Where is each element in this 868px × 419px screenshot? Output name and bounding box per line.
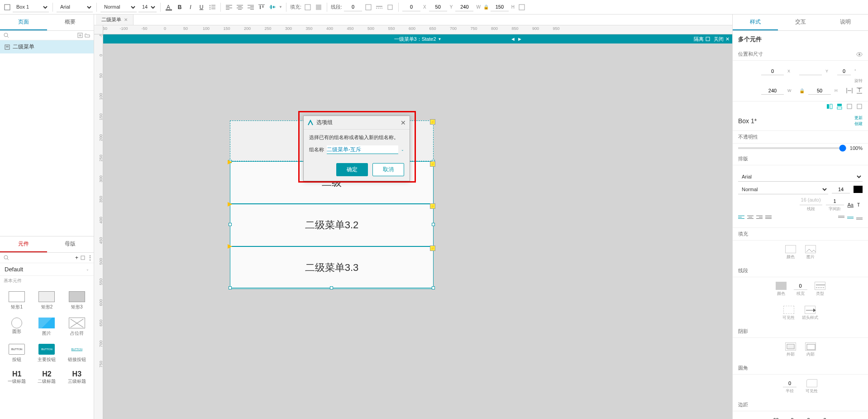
bullet-list-button[interactable] [208,3,217,12]
stroke-width-input[interactable] [344,3,362,11]
widget-rect1[interactable]: 矩形1 [2,288,32,314]
cancel-button[interactable]: 取消 [372,163,404,176]
pad-right-input[interactable] [803,416,815,419]
text-align-right-icon[interactable] [756,215,763,221]
stroke-type-swatch[interactable] [815,282,825,290]
widget-h1[interactable]: H1一级标题 [2,366,32,388]
typography-section[interactable]: 排版 [733,153,868,165]
font-case-icon[interactable]: Aa [848,202,854,207]
interaction-badge[interactable]: ⚡ [430,119,435,125]
font-weight-select[interactable]: Normal [100,2,137,12]
autosize-v-icon[interactable]: T [856,87,863,94]
align-h-icon[interactable] [856,103,863,110]
dialog-close-icon[interactable]: ✕ [401,119,406,126]
height-input[interactable] [491,3,509,11]
line-spacing-dropdown[interactable]: ▼ [279,5,282,9]
widget-link-button[interactable]: BUTTON链接按钮 [62,340,92,366]
autosize-h-icon[interactable] [846,87,853,94]
fill-section[interactable]: 填充 [733,228,868,241]
more-type-icon[interactable]: T [857,202,863,207]
close-state-button[interactable]: 关闭 ✕ [714,36,730,43]
page-tree-item[interactable]: 二级菜单 [0,40,94,53]
font-size-select[interactable]: 14 [138,2,157,12]
font-weight-select-right[interactable]: Normal [738,184,828,194]
text-align-left-icon[interactable] [738,215,744,221]
fill-color-button[interactable] [303,3,312,12]
style-name[interactable]: Box 1* [738,117,757,125]
eye-icon[interactable] [856,52,863,57]
pad-bottom-input[interactable] [819,416,831,419]
w-input[interactable] [761,87,784,95]
canvas-workspace[interactable]: ◄ ► 一级菜单3：State2 ▼ 隔离 关闭 ✕ 一级 二级 二级菜单3.2… [103,34,732,419]
widget-h2[interactable]: H2二级标题 [32,366,62,388]
stroke-corner-button[interactable] [386,3,395,12]
ok-button[interactable]: 确定 [336,163,368,176]
font-color-button[interactable]: A [164,3,173,12]
interaction-badge[interactable]: ⚡ [430,246,435,251]
state-label[interactable]: 一级菜单3：State2 [394,36,436,43]
font-size-input-right[interactable] [832,185,850,193]
widget-h3[interactable]: H3三级标题 [62,366,92,388]
valign-middle-button[interactable] [268,3,277,12]
valign-middle-icon[interactable] [847,216,854,220]
stroke-style-button[interactable] [375,3,384,12]
style-tab[interactable]: 样式 [733,14,778,30]
widget-name-select[interactable]: Box 1 [13,2,49,12]
x-input[interactable] [761,67,784,75]
valign-bottom-icon[interactable] [856,216,863,220]
menu-item-2[interactable]: 二级菜单3.2 [230,204,434,246]
horizontal-ruler[interactable]: -150-100-5005010015020025030035040045050… [103,25,732,34]
flip-v-icon[interactable] [836,103,843,110]
valign-top-button[interactable] [257,3,266,12]
pages-search-input[interactable] [11,33,76,38]
pos-y-input[interactable] [429,3,447,11]
widget-rect2[interactable]: 矩形2 [32,288,62,314]
isolate-button[interactable]: 隔离 [694,36,710,43]
widget-placeholder[interactable]: 占位符 [62,314,92,340]
state-dropdown-icon[interactable]: ▼ [438,37,442,41]
library-select[interactable]: Default ⌄ [0,263,94,276]
canvas-tab[interactable]: 二级菜单 ✕ [96,14,134,25]
connector-point[interactable] [228,160,232,164]
letter-spacing-input[interactable] [826,197,844,205]
align-right-button[interactable] [246,3,255,12]
corner-radius-input[interactable] [783,379,796,387]
font-family-select[interactable]: Arial [57,2,93,12]
connector-point[interactable] [228,244,232,249]
menu-item-3[interactable]: 二级菜单3.3 [230,246,434,289]
widget-button[interactable]: BUTTON按钮 [2,340,32,366]
width-input[interactable] [455,3,473,11]
italic-button[interactable]: I [186,3,195,12]
corner-section[interactable]: 圆角 [733,362,868,375]
group-dropdown-icon[interactable]: ⌄ [401,148,404,152]
shadow-inner-swatch[interactable] [805,342,816,351]
shadow-section[interactable]: 阴影 [733,325,868,338]
text-align-center-icon[interactable] [747,215,754,221]
widget-image[interactable]: 图片 [32,314,62,340]
library-folder-icon[interactable] [80,255,86,260]
corner-visible-swatch[interactable] [806,379,817,387]
widget-circle[interactable]: 圆形 [2,314,32,340]
close-tab-icon[interactable]: ✕ [124,17,128,22]
stroke-width-input-right[interactable] [794,282,807,290]
connector-point[interactable] [228,202,232,207]
masters-tab[interactable]: 母版 [47,236,94,252]
fill-color-swatch[interactable] [785,245,796,253]
lock-aspect-icon[interactable]: 🔒 [483,5,489,10]
position-size-section[interactable]: 位置和尺寸 [733,48,868,61]
stroke-section[interactable]: 线段 [733,265,868,277]
align-v-icon[interactable] [846,103,853,110]
widget-rect3[interactable]: 矩形3 [62,288,92,314]
vertical-ruler[interactable]: -500501001502002503003504004505005506006… [94,34,103,419]
h-input[interactable] [808,87,831,95]
stroke-color-button[interactable] [364,3,373,12]
prev-state-icon[interactable]: ◄ [510,36,515,42]
widgets-search-input[interactable] [11,255,73,260]
line-height-input[interactable]: 16 (auto) [800,197,822,205]
opacity-section[interactable]: 不透明性 [733,131,868,144]
pad-top-input[interactable] [787,416,798,419]
group-name-input[interactable] [327,145,398,154]
library-more-icon[interactable]: ⋮ [87,255,93,261]
text-align-justify-icon[interactable] [765,215,772,221]
font-color-right[interactable] [854,186,863,193]
